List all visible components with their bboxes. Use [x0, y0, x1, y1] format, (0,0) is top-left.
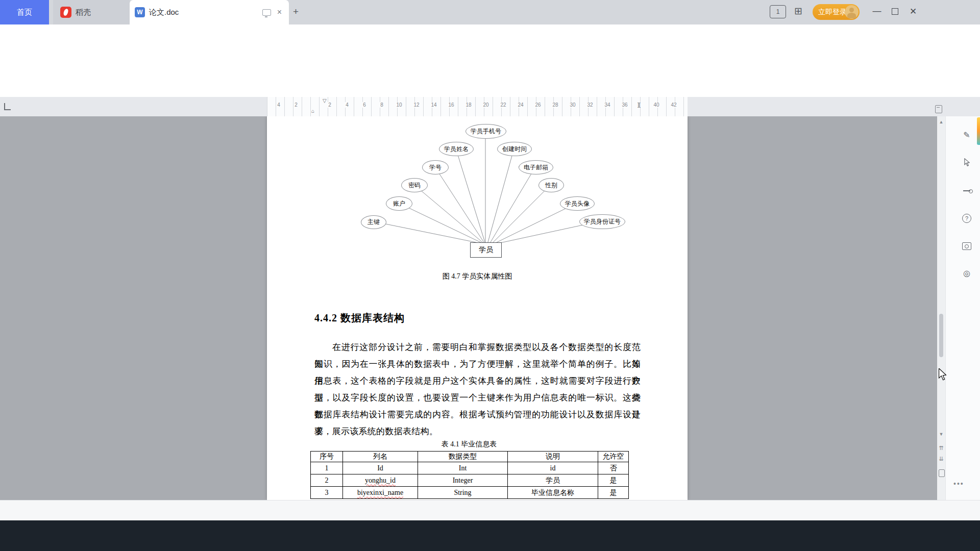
- help-icon[interactable]: ?: [962, 213, 972, 223]
- attribute-ellipse: 学号: [422, 160, 449, 174]
- ruler-mark: 16: [447, 102, 455, 108]
- table-row: 3 biyexinxi_name String 毕业信息名称 是: [311, 487, 629, 499]
- document-workspace: 主键 账户 密码 学号 学员姓名 学员手机号 创建时间 电子邮箱 性别 学员头像…: [0, 116, 945, 500]
- paragraph-line: 数据库表结构设计需要完成的内容。根据考试预约管理的功能设计以及数据库设计要: [314, 406, 641, 423]
- quick-edit-icon[interactable]: ✎: [962, 130, 972, 140]
- ruler-mark: 2: [327, 102, 332, 108]
- ruler-mark: 2: [293, 102, 299, 108]
- table-cell: yonghu_id: [343, 474, 418, 487]
- attribute-ellipse: 密码: [401, 178, 428, 192]
- paragraph-line: 在进行这部分设计之前，需要明白和掌握数据类型以及各个数据类型的长度范围等: [314, 339, 641, 356]
- section-heading: 4.4.2 数据库表结构: [314, 311, 405, 325]
- table-cell: 否: [598, 462, 629, 474]
- location-pin-icon[interactable]: ◎: [962, 268, 972, 278]
- attribute-ellipse: 账户: [386, 196, 412, 211]
- table-row: 1 Id Int id 否: [311, 462, 629, 474]
- ruler-mark: 10: [395, 102, 403, 108]
- table-header-cell: 允许空: [598, 452, 629, 462]
- graduation-info-table: 序号 列名 数据类型 说明 允许空 1 Id Int id 否 2 yonghu…: [310, 451, 629, 499]
- minimize-button[interactable]: —: [869, 0, 885, 22]
- table-cell: id: [508, 462, 598, 474]
- attribute-ellipse: 学员头像: [560, 196, 595, 211]
- body-paragraph: 在进行这部分设计之前，需要明白和掌握数据类型以及各个数据类型的长度范围等 知识，…: [314, 339, 641, 440]
- login-label: 立即登录: [818, 8, 847, 17]
- mouse-cursor: [938, 368, 947, 381]
- ruler-mark: 12: [412, 102, 420, 108]
- right-indent-marker[interactable]: ][: [636, 102, 642, 108]
- docer-tab-label: 稻壳: [76, 8, 91, 17]
- scroll-up-icon[interactable]: ▲: [938, 119, 944, 124]
- ocr-image-icon[interactable]: [962, 241, 972, 251]
- scrollbar-thumb[interactable]: [939, 314, 943, 357]
- scroll-down-icon[interactable]: ▼: [938, 432, 944, 437]
- paragraph-line: 信息表，这个表格的字段就是用户这个实体具备的属性，这时就需要对字段进行数据类: [314, 372, 641, 389]
- figure-caption: 图 4.7 学员实体属性图: [267, 272, 688, 281]
- ruler-toggle-icon[interactable]: [935, 105, 942, 113]
- docer-icon: [60, 7, 71, 18]
- ribbon-toolbar: 粘贴 ▾ ✂ 剪切 复制 格式刷 黑体▾ 小二▾ A⁺ A⁻ ◇ wén文 ▾ …: [0, 51, 980, 97]
- table-header-cell: 序号: [311, 452, 343, 462]
- tab-document[interactable]: W 论文.doc ×: [130, 0, 289, 24]
- paragraph-line: 知识，因为在一张具体的数据表中，为了方便理解，这里就举个简单的例子。比如用户: [314, 356, 641, 372]
- entity-box: 学员: [470, 242, 502, 258]
- attribute-ellipse: 学员姓名: [439, 142, 474, 156]
- pointer-tool-icon[interactable]: [962, 157, 972, 167]
- table-cell: 2: [311, 474, 343, 487]
- attribute-ellipse: 性别: [538, 178, 564, 192]
- wps-office-window: 首页 稻壳 W 论文.doc × + 1 ⊞ 立即登录 — ✕ ≡ 文件: [0, 0, 980, 551]
- hanging-indent-marker[interactable]: ⌂: [311, 108, 314, 114]
- right-sidebar: [945, 116, 980, 500]
- writer-doc-icon: W: [135, 7, 145, 17]
- ruler-mark: 4: [276, 102, 281, 108]
- table-header-cell: 数据类型: [418, 452, 508, 462]
- close-button[interactable]: ✕: [905, 0, 921, 22]
- ruler-mark: 20: [482, 102, 489, 108]
- titlebar: 首页 稻壳 W 论文.doc × + 1 ⊞ 立即登录 — ✕: [0, 0, 980, 24]
- attribute-ellipse: 学员手机号: [465, 124, 506, 139]
- restore-button[interactable]: [887, 0, 902, 22]
- entity-attribute-diagram: 主键 账户 密码 学号 学员姓名 学员手机号 创建时间 电子邮箱 性别 学员头像…: [267, 116, 688, 269]
- window-manage-icon[interactable]: 1: [770, 5, 786, 18]
- paragraph-line: 型，以及字段长度的设置，也要设置一个主键来作为用户信息表的唯一标识。这些都是: [314, 389, 641, 406]
- table-cell: Integer: [418, 474, 508, 487]
- ruler-mark: 14: [430, 102, 437, 108]
- apps-grid-icon[interactable]: ⊞: [794, 5, 802, 17]
- ruler-mark: 28: [551, 102, 559, 108]
- table-row: 2 yonghu_id Integer 学员 是: [311, 474, 629, 487]
- close-tab-icon[interactable]: ×: [275, 8, 284, 17]
- page-select-icon[interactable]: [939, 469, 945, 477]
- statusbar: 页面: 20/30 字数: 9857 ✓ 拼写检查 ▾ ✗ 文档校对 兼容模式 …: [0, 500, 980, 521]
- table-cell: 毕业信息名称: [508, 487, 598, 499]
- annotate-icon[interactable]: [962, 186, 972, 196]
- vertical-scrollbar[interactable]: [937, 116, 945, 500]
- table-cell: biyexinxi_name: [343, 487, 418, 499]
- ruler-mark: 18: [464, 102, 472, 108]
- ruler-mark: 26: [534, 102, 542, 108]
- previous-page-icon[interactable]: ⇈: [938, 445, 944, 452]
- ruler-mark: 24: [517, 102, 524, 108]
- ruler-mark: 8: [379, 102, 384, 108]
- table-header-row: 序号 列名 数据类型 说明 允许空: [311, 452, 629, 462]
- promo-strip[interactable]: [977, 117, 980, 145]
- sidebar-more-icon[interactable]: •••: [953, 480, 964, 488]
- login-button[interactable]: 立即登录: [813, 4, 860, 20]
- screen-cast-icon[interactable]: [262, 9, 271, 16]
- table-cell: Int: [418, 462, 508, 474]
- table-caption: 表 4.1 毕业信息表: [310, 440, 628, 449]
- ruler-mark: 30: [569, 102, 576, 108]
- new-tab-button[interactable]: +: [293, 6, 299, 17]
- tab-home[interactable]: 首页: [0, 0, 49, 24]
- table-cell: 3: [311, 487, 343, 499]
- tab-docer[interactable]: 稻壳: [53, 0, 130, 24]
- attribute-ellipse: 创建时间: [497, 142, 532, 156]
- table-cell: String: [418, 487, 508, 499]
- table-header-cell: 列名: [343, 452, 418, 462]
- next-page-icon[interactable]: ⇊: [938, 456, 944, 462]
- tab-selector-icon[interactable]: [4, 103, 11, 110]
- ruler-mark: 40: [652, 102, 660, 108]
- document-page[interactable]: 主键 账户 密码 学号 学员姓名 学员手机号 创建时间 电子邮箱 性别 学员头像…: [267, 116, 688, 500]
- attribute-ellipse: 学员身份证号: [579, 214, 625, 229]
- first-line-indent-marker[interactable]: ▽: [323, 98, 327, 104]
- table-cell-spellcheck: biyexinxi_name: [357, 489, 403, 496]
- table-cell: 学员: [508, 474, 598, 487]
